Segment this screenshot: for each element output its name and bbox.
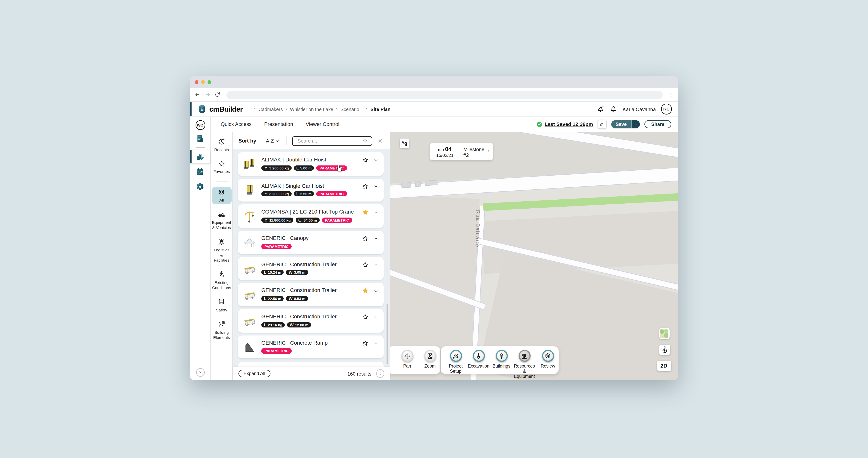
breadcrumb-item-cadmakers[interactable]: Cadmakers bbox=[258, 106, 283, 112]
star-outline-icon[interactable] bbox=[362, 157, 368, 164]
tool-label: Excavation bbox=[468, 364, 490, 369]
sidebar-item-equipment-vehicles[interactable]: Equipment & Vehicles bbox=[212, 209, 231, 232]
breadcrumb-item-site-plan[interactable]: Site Plan bbox=[371, 106, 391, 112]
collapse-panel-button[interactable] bbox=[376, 369, 384, 378]
sidebar-item-existing-conditions[interactable]: Existing Conditions bbox=[212, 269, 231, 292]
view-tools-card: PanZoom bbox=[390, 346, 440, 374]
address-bar[interactable] bbox=[226, 91, 663, 99]
map-viewport[interactable]: Rua Baluarte mo04 15/02/21 Milestone #2 bbox=[390, 132, 678, 380]
rail-item-news-doc[interactable] bbox=[190, 132, 210, 145]
save-options-button[interactable] bbox=[632, 120, 640, 128]
sidebar-item-all[interactable]: All bbox=[212, 187, 231, 204]
list-item-alimak-double-car-hoist[interactable]: ALIMAK | Double Car Hoist3,200.00 kgL5.0… bbox=[238, 152, 384, 176]
sidebar-item-recents[interactable]: Recents bbox=[212, 136, 231, 153]
item-title: ALIMAK | Double Car Hoist bbox=[261, 156, 358, 163]
share-button[interactable]: Share bbox=[644, 120, 671, 128]
library-panel: Sort by A-Z ALIMA bbox=[233, 132, 390, 380]
expand-item-icon[interactable] bbox=[373, 288, 378, 293]
tool-review[interactable]: Review bbox=[536, 350, 559, 369]
rail-item-calendar-report[interactable] bbox=[190, 165, 210, 178]
left-rail: WO bbox=[190, 117, 211, 380]
tool-zoom[interactable]: Zoom bbox=[418, 350, 441, 369]
calendar-report-icon bbox=[195, 167, 205, 176]
breadcrumb-item-whistler-on-the-lake[interactable]: Whistler on the Lake bbox=[290, 106, 333, 112]
lock-button[interactable] bbox=[597, 120, 607, 129]
scrollbar-thumb[interactable] bbox=[386, 304, 388, 364]
header-accent-bar bbox=[190, 102, 191, 116]
expand-item-icon[interactable] bbox=[373, 210, 378, 215]
bell-icon[interactable] bbox=[610, 105, 618, 113]
list-item-comansa-21-lc-210-flat-top-crane[interactable]: COMANSA | 21 LC 210 Flat Top Crane11,800… bbox=[238, 205, 384, 228]
rail-item-building-pencil[interactable] bbox=[190, 150, 210, 163]
tool-buildings[interactable]: Buildings bbox=[490, 350, 513, 369]
browser-menu-icon[interactable] bbox=[669, 92, 674, 98]
breadcrumb-item-scenario-1[interactable]: Scenario 1 bbox=[341, 106, 363, 112]
tool-resources-equipment[interactable]: Resources & Equipment bbox=[513, 350, 536, 379]
search-input[interactable] bbox=[297, 137, 363, 144]
star-outline-icon[interactable] bbox=[362, 183, 368, 190]
item-title: GENERIC | Construction Trailer bbox=[261, 287, 358, 293]
megaphone-icon[interactable] bbox=[597, 105, 604, 113]
workflow-tools-card: Project SetupExcavationBuildingsResource… bbox=[441, 346, 559, 374]
expand-item-icon[interactable] bbox=[373, 184, 378, 189]
star-outline-icon[interactable] bbox=[362, 235, 368, 242]
scene-tree-button[interactable] bbox=[400, 139, 409, 148]
star-outline-icon[interactable] bbox=[362, 340, 368, 347]
tool-project-setup[interactable]: Project Setup bbox=[444, 350, 467, 374]
app-logo[interactable]: B cmBuilder bbox=[198, 104, 243, 114]
menu-quick-access[interactable]: Quick Access bbox=[221, 121, 252, 127]
star-outline-icon[interactable] bbox=[362, 261, 368, 268]
view-mode-2d-button[interactable]: 2D bbox=[657, 361, 671, 371]
star-filled-icon[interactable] bbox=[362, 288, 368, 294]
milestone-date: mo04 15/02/21 bbox=[433, 146, 457, 158]
list-item-partial[interactable] bbox=[238, 362, 384, 367]
sidebar-item-safety[interactable]: Safety bbox=[212, 297, 231, 314]
milestone-card[interactable]: mo04 15/02/21 Milestone #2 bbox=[430, 143, 493, 160]
list-item-generic-construction-trailer[interactable]: GENERIC | Construction TrailerL22.56 mW8… bbox=[238, 283, 384, 306]
sidebar-item-logistics-facilities[interactable]: Logistics & Facilities bbox=[212, 237, 231, 264]
star-filled-icon[interactable] bbox=[362, 209, 368, 216]
zoom-window-button[interactable] bbox=[208, 80, 211, 84]
list-item-generic-construction-trailer[interactable]: GENERIC | Construction TrailerL23.16 kgW… bbox=[238, 309, 384, 333]
save-split-button: Save bbox=[611, 120, 640, 128]
tool-label: Pan bbox=[403, 364, 411, 369]
save-button[interactable]: Save bbox=[611, 120, 632, 128]
hand-cursor-icon bbox=[335, 164, 344, 173]
milestone-menu-icon[interactable] bbox=[486, 148, 491, 155]
minimize-window-button[interactable] bbox=[201, 80, 205, 84]
expand-item-icon[interactable] bbox=[373, 314, 378, 320]
expand-item-icon[interactable] bbox=[373, 158, 378, 163]
close-window-button[interactable] bbox=[195, 80, 198, 84]
sidebar-item-favorites[interactable]: Favorites bbox=[212, 159, 231, 176]
last-saved-label[interactable]: Last Saved 12:36pm bbox=[545, 121, 593, 127]
rail-item-gear[interactable] bbox=[190, 180, 210, 193]
workspace-badge[interactable]: WO bbox=[195, 120, 205, 130]
tool-label: Buildings bbox=[493, 364, 510, 369]
compass-button[interactable]: N bbox=[659, 345, 670, 355]
tool-pan[interactable]: Pan bbox=[396, 350, 418, 369]
avatar[interactable]: KC bbox=[661, 104, 672, 115]
expand-item-icon[interactable] bbox=[373, 236, 378, 241]
list-item-alimak-single-car-hoist[interactable]: ALIMAK | Single Car Hoist3,200.00 kgL2.5… bbox=[238, 178, 384, 202]
browser-window: B cmBuilder ›Cadmakers›Whistler on the L… bbox=[190, 76, 678, 380]
sort-order-dropdown[interactable]: A-Z bbox=[266, 138, 280, 144]
menu-viewer-control[interactable]: Viewer Control bbox=[306, 121, 339, 127]
list-item-generic-construction-trailer[interactable]: GENERIC | Construction TrailerL15.24 mW3… bbox=[238, 257, 384, 280]
list-item-generic-canopy[interactable]: GENERIC | CanopyPARAMETRIC bbox=[238, 231, 384, 254]
menu-presentation[interactable]: Presentation bbox=[264, 121, 293, 127]
reload-icon[interactable] bbox=[214, 92, 220, 98]
forward-icon[interactable] bbox=[205, 92, 211, 98]
rail-divider bbox=[196, 147, 205, 148]
list-item-generic-concrete-ramp[interactable]: GENERIC | Concrete RampPARAMETRIC bbox=[238, 335, 384, 359]
close-panel-icon[interactable] bbox=[377, 138, 383, 144]
minimap-button[interactable] bbox=[659, 328, 670, 339]
panel-toolbar: Sort by A-Z bbox=[233, 132, 390, 149]
expand-all-button[interactable]: Expand All bbox=[239, 370, 270, 377]
back-icon[interactable] bbox=[194, 92, 200, 98]
expand-rail-button[interactable] bbox=[196, 368, 205, 377]
star-outline-icon[interactable] bbox=[362, 314, 368, 320]
sidebar-item-building-elements[interactable]: Building Elements bbox=[212, 319, 231, 341]
tool-excavation[interactable]: Excavation bbox=[467, 350, 490, 369]
expand-item-icon[interactable] bbox=[373, 341, 378, 346]
expand-item-icon[interactable] bbox=[373, 262, 378, 267]
